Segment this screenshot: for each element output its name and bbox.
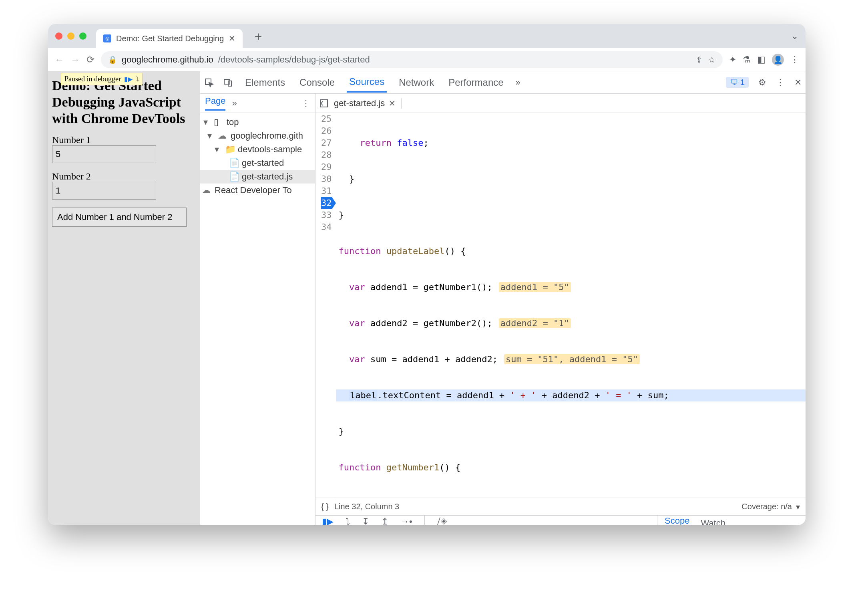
- editor-close-icon[interactable]: ✕: [389, 99, 396, 108]
- sidepanel-icon[interactable]: ◧: [757, 54, 766, 65]
- tab-elements[interactable]: Elements: [243, 73, 287, 92]
- device-toolbar-icon[interactable]: [223, 78, 233, 87]
- more-tabs-icon[interactable]: »: [516, 77, 520, 88]
- tab-network[interactable]: Network: [396, 73, 436, 92]
- profile-avatar[interactable]: 👤: [772, 54, 784, 66]
- coverage-dropdown-icon[interactable]: ▾: [796, 502, 800, 512]
- inspect-element-icon[interactable]: [204, 78, 214, 87]
- favicon-icon: ◎: [103, 34, 111, 42]
- tree-folder[interactable]: ▾📁devtools-sample: [200, 143, 315, 156]
- input-number2[interactable]: [52, 182, 156, 200]
- tab-title: Demo: Get Started Debugging: [116, 34, 224, 43]
- editor-tab-file[interactable]: get-started.js ✕: [334, 98, 402, 109]
- close-window-button[interactable]: [55, 32, 62, 40]
- label-number1: Number 1: [52, 135, 196, 145]
- back-button[interactable]: ←: [54, 54, 64, 65]
- tab-scope[interactable]: Scope: [665, 516, 689, 525]
- url-path: /devtools-samples/debug-js/get-started: [218, 54, 370, 65]
- web-page: Paused in debugger ▮▶ ⤵ Demo: Get Starte…: [48, 71, 200, 525]
- extensions-icon[interactable]: ✦: [729, 54, 736, 65]
- settings-icon[interactable]: ⚙: [758, 77, 766, 88]
- share-icon[interactable]: ⇪: [696, 55, 703, 65]
- sources-body: Page » ⋮ ▾▯top ▾☁googlechrome.gith ▾📁dev…: [200, 94, 806, 525]
- code-column: get-started.js ✕ 25 26 27 28 29 30 31: [315, 94, 806, 525]
- pretty-print-icon[interactable]: { }: [321, 502, 329, 511]
- titlebar: ◎ Demo: Get Started Debugging ✕ ＋ ⌄: [48, 24, 806, 48]
- issues-badge[interactable]: 🗨1: [726, 77, 749, 88]
- step-over-button-icon[interactable]: ⤵: [346, 516, 350, 525]
- paused-overlay-label: Paused in debugger: [64, 75, 121, 83]
- tree-top[interactable]: ▾▯top: [200, 115, 315, 129]
- navigator-more-icon[interactable]: »: [232, 98, 237, 109]
- navigator-menu-icon[interactable]: ⋮: [301, 98, 310, 109]
- navigator-tab-page[interactable]: Page: [205, 96, 225, 111]
- labs-icon[interactable]: ⚗: [743, 54, 751, 65]
- code-line: }: [336, 209, 806, 221]
- lock-icon[interactable]: 🔒: [108, 55, 117, 64]
- close-devtools-icon[interactable]: ✕: [794, 77, 802, 88]
- code-line: }: [336, 426, 806, 438]
- browser-tab[interactable]: ◎ Demo: Get Started Debugging ✕: [96, 29, 243, 48]
- editor-statusbar: { } Line 32, Column 3 Coverage: n/a ▾: [315, 498, 806, 515]
- tabs-dropdown-icon[interactable]: ⌄: [791, 31, 798, 41]
- debug-controls: ▮▶ ⤵ ↧ ↥ →• ⧸◈: [315, 516, 657, 525]
- tab-watch[interactable]: Watch: [701, 518, 725, 525]
- navigator-tabs: Page » ⋮: [200, 94, 315, 113]
- forward-button[interactable]: →: [70, 54, 80, 65]
- toggle-navigator-icon[interactable]: [319, 99, 328, 108]
- scope-tabs: Scope Watch: [657, 516, 806, 525]
- tree-extension[interactable]: ☁React Developer To: [200, 184, 315, 197]
- add-button[interactable]: Add Number 1 and Number 2: [52, 208, 187, 227]
- devtools-menu-icon[interactable]: ⋮: [776, 77, 785, 88]
- paused-overlay: Paused in debugger ▮▶ ⤵: [61, 73, 143, 85]
- input-number1[interactable]: [52, 145, 156, 163]
- tab-performance[interactable]: Performance: [446, 73, 506, 92]
- navigator-column: Page » ⋮ ▾▯top ▾☁googlechrome.gith ▾📁dev…: [200, 94, 315, 525]
- tab-sources[interactable]: Sources: [347, 72, 387, 93]
- traffic-lights: [55, 32, 86, 40]
- code-line: }: [336, 173, 806, 185]
- code-line: var sum = addend1 + addend2;sum = "51", …: [336, 353, 806, 365]
- tree-domain[interactable]: ▾☁googlechrome.gith: [200, 129, 315, 143]
- scope-watch-column: Scope Watch ▼Local ▶this: Window addend1…: [657, 516, 806, 525]
- url-bar[interactable]: 🔒 googlechrome.github.io/devtools-sample…: [101, 51, 723, 68]
- code-line: function updateLabel() {: [336, 245, 806, 257]
- step-out-icon[interactable]: ↥: [381, 516, 388, 525]
- bookmark-icon[interactable]: ☆: [708, 55, 715, 65]
- chrome-menu-icon[interactable]: ⋮: [790, 54, 799, 65]
- minimize-window-button[interactable]: [67, 32, 74, 40]
- resume-script-icon[interactable]: ▮▶: [322, 516, 334, 525]
- tree-file-js[interactable]: 📄get-started.js: [200, 170, 315, 184]
- code-line: var addend1 = getNumber1();addend1 = "5": [336, 281, 806, 293]
- tree-file-html[interactable]: 📄get-started: [200, 156, 315, 170]
- code-viewer[interactable]: 25 26 27 28 29 30 31 32 33 34: [315, 113, 806, 498]
- deactivate-breakpoints-icon[interactable]: ⧸◈: [437, 516, 447, 525]
- step-icon[interactable]: →•: [400, 516, 412, 525]
- status-line-col: Line 32, Column 3: [334, 502, 399, 511]
- debug-pane: ▮▶ ⤵ ↧ ↥ →• ⧸◈ i Paused on breakpoint: [315, 515, 806, 525]
- code-lines: return false; } } function updateLabel()…: [336, 113, 806, 498]
- maximize-window-button[interactable]: [79, 32, 86, 40]
- file-tree: ▾▯top ▾☁googlechrome.gith ▾📁devtools-sam…: [200, 113, 315, 200]
- coverage-label: Coverage: n/a: [741, 502, 792, 511]
- editor-tabs: get-started.js ✕: [315, 94, 806, 113]
- content-row: Paused in debugger ▮▶ ⤵ Demo: Get Starte…: [48, 71, 806, 525]
- url-host: googlechrome.github.io: [122, 54, 213, 65]
- debug-left: ▮▶ ⤵ ↧ ↥ →• ⧸◈ i Paused on breakpoint: [315, 516, 657, 525]
- resume-icon[interactable]: ▮▶: [124, 75, 133, 83]
- browser-window: ◎ Demo: Get Started Debugging ✕ ＋ ⌄ ← → …: [48, 24, 806, 525]
- label-number2: Number 2: [52, 171, 196, 182]
- devtools-panel: Elements Console Sources Network Perform…: [200, 71, 806, 525]
- tab-console[interactable]: Console: [297, 73, 337, 92]
- reload-button[interactable]: ⟳: [86, 54, 94, 65]
- step-over-icon[interactable]: ⤵: [136, 76, 139, 83]
- code-line: var addend2 = getNumber2();addend2 = "1": [336, 317, 806, 329]
- line-gutter[interactable]: 25 26 27 28 29 30 31 32 33 34: [315, 113, 336, 498]
- code-line: function getNumber1() {: [336, 462, 806, 474]
- code-line: return false;: [336, 137, 806, 149]
- close-tab-icon[interactable]: ✕: [229, 34, 235, 43]
- new-tab-button[interactable]: ＋: [252, 28, 264, 44]
- code-line-current: label.textContent = addend1 + ' + ' + ad…: [336, 389, 806, 401]
- breakpoint-marker[interactable]: 32: [321, 197, 332, 209]
- step-into-icon[interactable]: ↧: [362, 516, 369, 525]
